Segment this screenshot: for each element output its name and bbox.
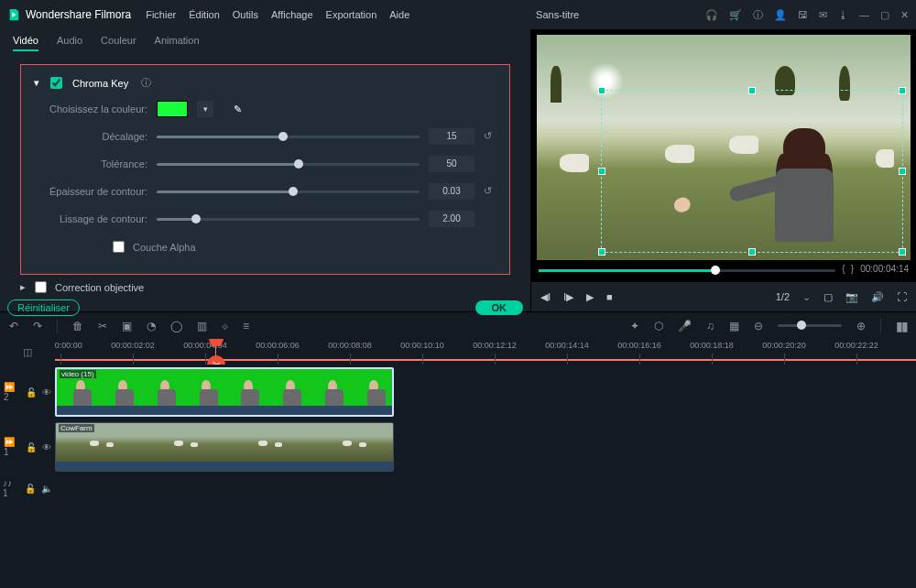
offset-value[interactable]: 15 xyxy=(429,128,474,145)
selection-marquee[interactable] xyxy=(601,90,903,253)
color-dropdown[interactable]: ▾ xyxy=(197,101,213,117)
track-mute-icon[interactable]: 🔈 xyxy=(41,484,52,494)
preview-controls: ◀Ⅰ Ⅰ▶ ▶ ■ 1/2 ⌄ ▢ 📷 🔊 ⛶ xyxy=(531,282,916,311)
track-name-v2: ⏩ 2 xyxy=(4,382,20,402)
chromakey-title: Chroma Key xyxy=(72,78,128,89)
mixer-icon[interactable]: ♫ xyxy=(706,320,714,332)
tab-animation[interactable]: Animation xyxy=(155,35,200,51)
menu-view[interactable]: Affichage xyxy=(271,9,313,20)
split-icon[interactable]: ✂ xyxy=(207,355,225,365)
undo-icon[interactable]: ↶ xyxy=(9,320,18,332)
tab-video[interactable]: Vidéo xyxy=(13,35,38,51)
snapshot-icon[interactable]: 📷 xyxy=(845,291,858,303)
correction-checkbox[interactable] xyxy=(35,281,47,293)
zoom-in-icon[interactable]: ⊕ xyxy=(856,320,866,332)
mail-icon[interactable]: ✉ xyxy=(819,9,827,21)
clip-video15[interactable]: video (15) xyxy=(55,367,394,417)
fullscreen-icon[interactable]: ⛶ xyxy=(897,291,907,302)
reset-button[interactable]: Réinitialiser xyxy=(7,299,80,316)
grid-icon[interactable]: ▦ xyxy=(729,320,739,332)
ruler-label: 00:00:12:12 xyxy=(473,341,517,350)
mic-icon[interactable]: 🎤 xyxy=(678,320,692,332)
clip-cowfarm[interactable]: CowFarm xyxy=(55,422,394,472)
playhead[interactable]: ✂ xyxy=(215,339,216,365)
expand-icon[interactable]: ▸ xyxy=(20,281,26,293)
thickness-slider[interactable] xyxy=(157,191,420,193)
track-lock-icon[interactable]: 🔓 xyxy=(26,442,37,452)
keyframe-icon[interactable]: ⟐ xyxy=(222,320,228,332)
shield-icon[interactable]: ⬡ xyxy=(654,320,663,332)
zoom-out-icon[interactable]: ⊖ xyxy=(754,320,763,332)
collapse-icon[interactable]: ▾ xyxy=(34,77,39,89)
smooth-label: Lissage de contour: xyxy=(34,213,147,224)
chevron-down-icon[interactable]: ⌄ xyxy=(802,291,811,303)
timeline-ruler[interactable]: ✂ 00:00:00:0000:00:02:0200:00:04:0400:00… xyxy=(55,339,916,365)
delete-icon[interactable]: 🗑 xyxy=(72,320,83,332)
track-visible-icon[interactable]: 👁 xyxy=(42,387,51,397)
window-close[interactable]: ✕ xyxy=(900,9,909,21)
offset-label: Décalage: xyxy=(34,131,147,142)
chromakey-panel: ▾ Chroma Key ⓘ Choisissez la couleur: ▾ … xyxy=(20,64,510,275)
thickness-reset-icon[interactable]: ↺ xyxy=(484,185,496,198)
menu-tools[interactable]: Outils xyxy=(233,9,258,20)
adjust-icon[interactable]: ≡ xyxy=(243,320,249,332)
ok-button[interactable]: OK xyxy=(475,300,524,315)
menu-file[interactable]: Fichier xyxy=(146,9,176,20)
smooth-value[interactable]: 2.00 xyxy=(429,211,474,227)
color-icon[interactable]: ◯ xyxy=(170,320,182,332)
tab-audio[interactable]: Audio xyxy=(57,35,82,51)
tolerance-slider[interactable] xyxy=(157,163,420,166)
menu-edit[interactable]: Édition xyxy=(189,9,220,20)
smooth-slider[interactable] xyxy=(157,218,420,221)
timeline-align-icon[interactable]: ◫ xyxy=(23,346,32,358)
ruler-label: 00:00:18:18 xyxy=(690,341,734,350)
offset-reset-icon[interactable]: ↺ xyxy=(484,130,496,143)
info-icon[interactable]: ⓘ xyxy=(753,8,763,22)
crop-icon[interactable]: ▣ xyxy=(122,320,132,332)
greenscreen-icon[interactable]: ▥ xyxy=(197,320,207,332)
next-marker[interactable]: } xyxy=(851,264,854,274)
play-icon[interactable]: ▶ xyxy=(586,291,594,303)
timeline-settings-icon[interactable]: ▮▮ xyxy=(896,319,907,333)
speed-icon[interactable]: ◔ xyxy=(147,320,156,332)
thickness-label: Épaisseur de contour: xyxy=(34,186,147,197)
zoom-slider[interactable] xyxy=(778,324,842,327)
track-lock-icon[interactable]: 🔓 xyxy=(26,387,37,397)
eyedropper-icon[interactable]: ✎ xyxy=(234,103,242,115)
menu-export[interactable]: Exportation xyxy=(326,9,377,20)
account-icon[interactable]: 👤 xyxy=(774,9,787,21)
thickness-value[interactable]: 0.03 xyxy=(429,183,474,200)
ruler-label: 00:00:10:10 xyxy=(400,341,444,350)
menu-help[interactable]: Aide xyxy=(389,9,409,20)
marker-icon[interactable]: ✦ xyxy=(630,320,639,332)
color-swatch[interactable] xyxy=(157,101,188,117)
window-minimize[interactable]: — xyxy=(859,9,869,20)
track-lock-icon[interactable]: 🔓 xyxy=(25,484,36,494)
info-icon[interactable]: ⓘ xyxy=(141,76,151,90)
cart-icon[interactable]: 🛒 xyxy=(729,9,742,21)
preview-scrubber[interactable] xyxy=(539,269,835,272)
preview-viewport[interactable] xyxy=(537,35,911,260)
alpha-label: Couche Alpha xyxy=(133,242,196,253)
tolerance-value[interactable]: 50 xyxy=(429,156,474,172)
page-indicator[interactable]: 1/2 xyxy=(776,291,790,302)
cut-icon[interactable]: ✂ xyxy=(98,320,107,332)
prev-marker[interactable]: { xyxy=(842,264,845,274)
offset-slider[interactable] xyxy=(157,136,420,138)
volume-icon[interactable]: 🔊 xyxy=(871,291,884,303)
redo-icon[interactable]: ↷ xyxy=(33,320,42,332)
alpha-checkbox[interactable] xyxy=(113,241,125,253)
support-icon[interactable]: 🎧 xyxy=(705,9,718,21)
track-visible-icon[interactable]: 👁 xyxy=(42,442,51,452)
window-maximize[interactable]: ▢ xyxy=(880,9,889,21)
chromakey-checkbox[interactable] xyxy=(50,77,62,89)
choose-color-label: Choisissez la couleur: xyxy=(34,103,147,114)
tab-color[interactable]: Couleur xyxy=(101,35,136,51)
save-icon[interactable]: 🖫 xyxy=(798,9,808,20)
next-frame-icon[interactable]: Ⅰ▶ xyxy=(563,291,573,303)
display-icon[interactable]: ▢ xyxy=(823,291,833,303)
stop-icon[interactable]: ■ xyxy=(606,291,613,302)
download-icon[interactable]: ⭳ xyxy=(838,9,848,20)
titlebar: Wondershare Filmora Fichier Édition Outi… xyxy=(0,0,916,29)
prev-frame-icon[interactable]: ◀Ⅰ xyxy=(540,291,551,303)
